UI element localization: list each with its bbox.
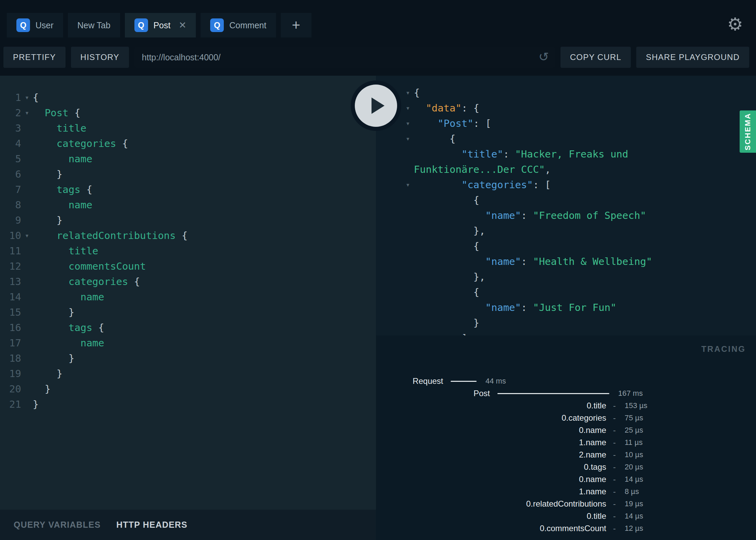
fold-gutter bbox=[21, 243, 33, 259]
fold-gutter bbox=[21, 335, 33, 351]
query-badge-icon: Q bbox=[134, 18, 148, 32]
tracing-rows: Request44 msPost167 ms0.title-153 µs0.ca… bbox=[376, 375, 756, 535]
code-text: "Post": [ bbox=[414, 116, 491, 131]
tracing-panel: TRACING Request44 msPost167 ms0.title-15… bbox=[376, 335, 756, 540]
result-pane: ▾{▾"data": {▾"Post": [▾{"title": "Hacker… bbox=[376, 76, 756, 540]
editor-line: 16tags { bbox=[0, 320, 376, 335]
code-text: name bbox=[33, 335, 104, 351]
fold-gutter bbox=[21, 305, 33, 320]
editor-line: 11title bbox=[0, 243, 376, 259]
tracing-time: 14 µs bbox=[625, 475, 643, 484]
code-text: "name": "Just For Fun" bbox=[414, 300, 616, 315]
tracing-label: 0.tags bbox=[376, 462, 606, 472]
line-number: 3 bbox=[0, 121, 21, 136]
fold-arrow-icon[interactable]: ▾ bbox=[402, 85, 414, 101]
fold-gutter bbox=[402, 147, 414, 162]
fold-gutter bbox=[21, 167, 33, 182]
endpoint-input[interactable] bbox=[134, 47, 555, 68]
code-text: }, bbox=[414, 223, 485, 239]
query-variables-tab[interactable]: QUERY VARIABLES bbox=[14, 520, 101, 530]
editor-line: 21} bbox=[0, 397, 376, 412]
line-number: 11 bbox=[0, 243, 21, 259]
line-number: 14 bbox=[0, 289, 21, 305]
code-text: }, bbox=[414, 269, 485, 285]
close-tab-icon[interactable]: ✕ bbox=[179, 20, 187, 31]
fold-gutter bbox=[402, 315, 414, 331]
fold-arrow-icon[interactable]: ▾ bbox=[402, 101, 414, 116]
fold-arrow-icon[interactable]: ▾ bbox=[21, 105, 33, 121]
http-headers-tab[interactable]: HTTP HEADERS bbox=[116, 520, 187, 530]
code-text: } bbox=[33, 381, 50, 397]
query-editor[interactable]: 1▾{2▾Post {3title4categories {5name6}7ta… bbox=[0, 76, 376, 510]
line-number: 8 bbox=[0, 197, 21, 213]
tracing-time: 20 µs bbox=[625, 463, 643, 471]
tracing-row: Request44 ms bbox=[376, 375, 756, 387]
code-text: "categories": [ bbox=[414, 177, 551, 193]
tab-post[interactable]: Q Post ✕ bbox=[125, 13, 196, 38]
editor-line: 4categories { bbox=[0, 136, 376, 151]
fold-arrow-icon[interactable]: ▾ bbox=[402, 177, 414, 193]
tab-label: New Tab bbox=[77, 20, 111, 30]
tracing-time: 12 µs bbox=[625, 524, 643, 533]
tab-new-tab[interactable]: New Tab bbox=[68, 13, 120, 38]
line-number: 20 bbox=[0, 381, 21, 397]
history-button[interactable]: HISTORY bbox=[71, 47, 129, 68]
fold-gutter bbox=[21, 366, 33, 381]
tracing-row: 1.name-11 µs bbox=[376, 436, 756, 449]
line-number: 10 bbox=[0, 228, 21, 243]
tab-comment[interactable]: Q Comment bbox=[201, 13, 276, 38]
code-text: title bbox=[33, 243, 98, 259]
editor-line: 19} bbox=[0, 366, 376, 381]
tracing-time: 25 µs bbox=[625, 426, 643, 435]
code-text: ] bbox=[414, 331, 467, 335]
code-text: "name": "Health & Wellbeing" bbox=[414, 254, 652, 269]
code-text: name bbox=[33, 197, 92, 213]
fold-gutter bbox=[21, 151, 33, 167]
prettify-button[interactable]: PRETTIFY bbox=[3, 47, 66, 68]
copy-curl-button[interactable]: COPY CURL bbox=[561, 47, 631, 68]
tracing-row: 0.title-14 µs bbox=[376, 510, 756, 522]
response-line: ▾"data": { bbox=[402, 101, 756, 116]
fold-gutter bbox=[21, 182, 33, 197]
code-text: tags { bbox=[33, 320, 104, 335]
editor-line: 20} bbox=[0, 381, 376, 397]
fold-gutter bbox=[21, 197, 33, 213]
share-playground-button[interactable]: SHARE PLAYGROUND bbox=[636, 47, 749, 68]
fold-arrow-icon[interactable]: ▾ bbox=[402, 131, 414, 147]
fold-gutter bbox=[21, 136, 33, 151]
settings-gear-icon[interactable]: ⚙ bbox=[727, 13, 743, 38]
fold-gutter bbox=[402, 162, 414, 177]
fold-gutter bbox=[402, 239, 414, 254]
line-number: 1 bbox=[0, 90, 21, 105]
fold-arrow-icon[interactable]: ▾ bbox=[402, 116, 414, 131]
tab-user[interactable]: Q User bbox=[7, 13, 63, 38]
code-text: categories { bbox=[33, 136, 128, 151]
execute-button[interactable] bbox=[355, 85, 397, 127]
fold-gutter bbox=[21, 289, 33, 305]
tracing-dash: - bbox=[613, 487, 616, 496]
editor-line: 12commentsCount bbox=[0, 259, 376, 274]
schema-tab[interactable]: SCHEMA bbox=[740, 110, 756, 153]
editor-line: 15} bbox=[0, 305, 376, 320]
code-text: Funktionäre...Der CCC", bbox=[414, 162, 551, 177]
line-number: 2 bbox=[0, 105, 21, 121]
reload-icon[interactable]: ↺ bbox=[539, 50, 549, 64]
editor-footer-bar: QUERY VARIABLES HTTP HEADERS bbox=[0, 510, 376, 540]
code-text: } bbox=[33, 366, 62, 381]
response-line: }, bbox=[402, 269, 756, 285]
code-text: { bbox=[414, 239, 479, 254]
query-editor-lines: 1▾{2▾Post {3title4categories {5name6}7ta… bbox=[0, 76, 376, 412]
editor-line: 18} bbox=[0, 351, 376, 366]
fold-arrow-icon[interactable]: ▾ bbox=[21, 90, 33, 105]
tracing-row: 0.name-14 µs bbox=[376, 473, 756, 485]
code-text: relatedContributions { bbox=[33, 228, 188, 243]
add-tab-button[interactable]: + bbox=[281, 13, 311, 38]
fold-arrow-icon[interactable]: ▾ bbox=[21, 228, 33, 243]
fold-gutter bbox=[21, 274, 33, 289]
tracing-bar bbox=[451, 381, 477, 382]
code-text: } bbox=[33, 167, 62, 182]
line-number: 6 bbox=[0, 167, 21, 182]
tracing-label: 0.title bbox=[376, 511, 606, 521]
fold-gutter bbox=[21, 397, 33, 412]
fold-gutter bbox=[21, 259, 33, 274]
